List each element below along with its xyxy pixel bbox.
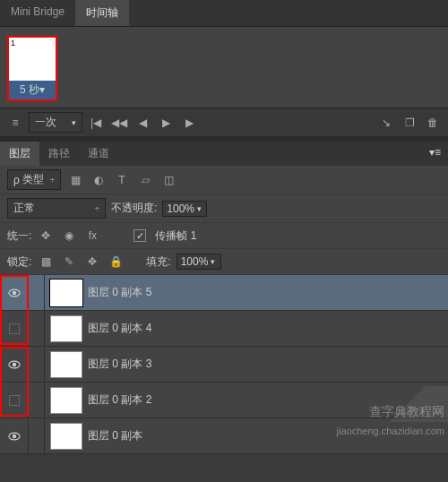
timeline-tabs: Mini Bridge 时间轴 <box>0 0 448 27</box>
lock-transparent-icon[interactable]: ▩ <box>37 253 55 271</box>
layer-row[interactable]: 图层 0 副本 4 <box>0 311 448 347</box>
tab-layers[interactable]: 图层 <box>0 142 39 166</box>
first-frame-icon[interactable]: |◀ <box>86 114 106 132</box>
link-column <box>29 418 45 453</box>
layers-panel: 图层 路径 通道 ▾≡ ρ 类型÷ ▦ ◐ T ▱ ◫ 正常÷ 不透明度: 10… <box>0 142 448 454</box>
link-column <box>29 311 45 346</box>
tab-mini-bridge[interactable]: Mini Bridge <box>0 0 75 26</box>
step-back-icon[interactable]: ◀ <box>133 114 152 132</box>
layer-name[interactable]: 图层 0 副本 5 <box>88 285 448 300</box>
layer-row[interactable]: 图层 0 副本 <box>0 418 448 454</box>
fill-input[interactable]: 100%▾ <box>177 254 221 270</box>
svg-point-5 <box>12 434 15 437</box>
eye-icon <box>8 287 21 299</box>
layer-row[interactable]: 图层 0 副本 3 <box>0 347 448 383</box>
filter-smart-icon[interactable]: ◫ <box>159 171 177 189</box>
filter-pixel-icon[interactable]: ▦ <box>66 171 84 189</box>
unify-label: 统一: <box>7 228 31 244</box>
link-column <box>29 383 45 417</box>
unify-visibility-icon[interactable]: ◉ <box>60 227 78 245</box>
layer-thumbnail[interactable] <box>50 315 82 342</box>
visibility-toggle[interactable] <box>0 347 29 382</box>
visibility-toggle[interactable] <box>0 418 29 453</box>
unify-style-icon[interactable]: fx <box>83 227 101 245</box>
unify-row: 统一: ✥ ◉ fx 传播帧 1 <box>0 223 448 249</box>
lock-position-icon[interactable]: ✥ <box>83 253 101 271</box>
delete-frame-icon[interactable]: 🗑 <box>423 114 443 132</box>
lock-pixels-icon[interactable]: ✎ <box>60 253 78 271</box>
layer-name[interactable]: 图层 0 副本 4 <box>88 321 448 336</box>
visibility-toggle[interactable] <box>0 275 29 310</box>
filter-type-icon[interactable]: T <box>113 171 131 189</box>
svg-point-3 <box>12 362 15 366</box>
lock-label: 锁定: <box>7 254 31 270</box>
chevron-down-icon: ÷ <box>50 176 55 185</box>
watermark-text: 查字典教程网 <box>369 404 444 420</box>
fill-label: 填充: <box>146 254 170 270</box>
layer-thumbnail[interactable] <box>50 387 82 414</box>
svg-point-1 <box>12 290 15 294</box>
propagate-label: 传播帧 1 <box>155 228 196 244</box>
eye-icon <box>8 430 21 443</box>
tab-paths[interactable]: 路径 <box>39 142 79 166</box>
frame-delay[interactable]: 5 秒▾ <box>9 81 56 99</box>
propagate-checkbox[interactable] <box>134 229 146 242</box>
layer-thumbnail[interactable] <box>50 423 82 450</box>
timeline-panel: Mini Bridge 时间轴 1 5 秒▾ ≡ 一次▾ |◀ ◀◀ ◀ ▶ ▶… <box>0 0 448 136</box>
link-column <box>29 347 45 382</box>
layers-tabs: 图层 路径 通道 ▾≡ <box>0 142 448 166</box>
filter-row: ρ 类型÷ ▦ ◐ T ▱ ◫ <box>0 166 448 194</box>
frame-number: 1 <box>11 39 15 47</box>
blend-row: 正常÷ 不透明度: 100%▾ <box>0 194 448 223</box>
filter-adjust-icon[interactable]: ◐ <box>90 171 108 189</box>
layer-thumbnail[interactable] <box>50 351 82 378</box>
layer-name[interactable]: 图层 0 副本 3 <box>88 357 448 372</box>
loop-select[interactable]: 一次▾ <box>29 112 82 133</box>
layer-thumbnail[interactable] <box>50 280 82 306</box>
step-fwd-icon[interactable]: ▶ <box>179 114 199 132</box>
layer-row[interactable]: 图层 0 副本 5 <box>0 275 448 311</box>
link-column <box>29 275 45 310</box>
tween-icon[interactable]: ↘ <box>376 114 396 132</box>
options-icon[interactable]: ≡ <box>5 114 25 132</box>
lock-row: 锁定: ▩ ✎ ✥ 🔒 填充: 100%▾ <box>0 249 448 275</box>
frame-1[interactable]: 1 5 秒▾ <box>7 36 57 101</box>
eye-icon <box>8 358 21 371</box>
tab-timeline[interactable]: 时间轴 <box>75 0 129 26</box>
visibility-toggle[interactable] <box>0 311 29 346</box>
timeline-controls: ≡ 一次▾ |◀ ◀◀ ◀ ▶ ▶ ↘ ❐ 🗑 <box>0 108 448 136</box>
blend-mode-select[interactable]: 正常÷ <box>7 198 106 219</box>
lock-all-icon[interactable]: 🔒 <box>107 253 125 271</box>
visibility-toggle[interactable] <box>0 383 29 417</box>
eye-off-icon <box>9 323 20 334</box>
watermark-url: jiaocheng.chazidian.com <box>337 426 444 436</box>
layer-list: 图层 0 副本 5图层 0 副本 4图层 0 副本 3图层 0 副本 2图层 0… <box>0 275 448 454</box>
eye-off-icon <box>9 395 20 406</box>
play-icon[interactable]: ▶ <box>156 114 176 132</box>
filter-shape-icon[interactable]: ▱ <box>136 171 154 189</box>
panel-menu-icon[interactable]: ▾≡ <box>422 142 448 166</box>
kind-filter[interactable]: ρ 类型÷ <box>7 169 61 190</box>
timeline-frames: 1 5 秒▾ <box>0 27 448 108</box>
frame-thumbnail: 1 <box>9 38 56 81</box>
tab-channels[interactable]: 通道 <box>79 142 118 166</box>
chevron-down-icon: ▾ <box>72 118 76 127</box>
opacity-input[interactable]: 100%▾ <box>162 201 207 217</box>
prev-frame-icon[interactable]: ◀◀ <box>109 114 129 132</box>
chevron-down-icon: ÷ <box>95 204 99 213</box>
unify-position-icon[interactable]: ✥ <box>37 227 55 245</box>
opacity-label: 不透明度: <box>111 201 157 216</box>
new-frame-icon[interactable]: ❐ <box>400 114 419 132</box>
